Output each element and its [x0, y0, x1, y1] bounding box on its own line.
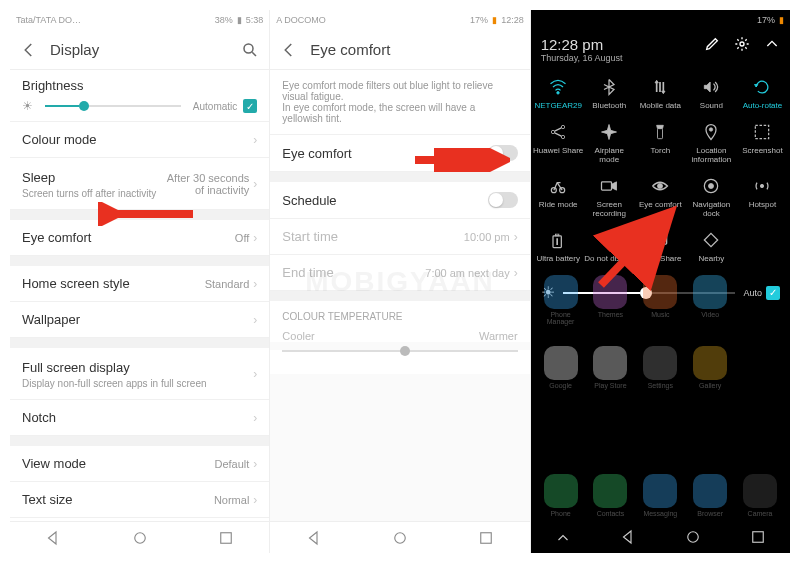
app-settings[interactable]: Settings — [638, 346, 682, 389]
chevron-icon: › — [253, 133, 257, 147]
eye-comfort-toggle-row[interactable]: Eye comfort — [270, 135, 529, 172]
app-camera[interactable]: Camera — [738, 474, 782, 517]
app-video[interactable]: Video — [688, 275, 732, 325]
airplane-icon — [599, 122, 619, 142]
edit-icon[interactable] — [704, 36, 720, 52]
app-play-store[interactable]: Play Store — [589, 346, 633, 389]
colour-mode-row[interactable]: Colour mode › — [10, 122, 269, 158]
app-label: Gallery — [688, 382, 732, 389]
qs-tile-eye[interactable]: Eye comfort — [635, 172, 686, 222]
search-icon[interactable] — [241, 41, 259, 59]
qs-tile-screenshot[interactable]: Screenshot — [737, 118, 788, 168]
colour-temperature-header: COLOUR TEMPERATURE — [270, 301, 529, 326]
nav-recent-icon[interactable] — [477, 529, 495, 547]
app-music[interactable]: Music — [638, 275, 682, 325]
eye-comfort-row[interactable]: Eye comfort Off › — [10, 220, 269, 256]
sound-icon — [701, 77, 721, 97]
qs-tile-torch[interactable]: Torch — [635, 118, 686, 168]
text-size-label: Text size — [22, 492, 214, 507]
back-icon[interactable] — [20, 41, 38, 59]
app-messaging[interactable]: Messaging — [638, 474, 682, 517]
text-size-value: Normal — [214, 494, 249, 506]
qs-tile-bluetooth[interactable]: Bluetooth — [584, 73, 635, 114]
view-mode-row[interactable]: View mode Default › — [10, 446, 269, 482]
quick-settings-panel: 17% ▮ 12:28 pm Thursday, 16 August NETGE… — [531, 10, 790, 553]
nav-back-icon[interactable] — [619, 528, 637, 546]
app-contacts[interactable]: Contacts — [589, 474, 633, 517]
app-phone-manager[interactable]: Phone Manager — [539, 275, 583, 325]
qs-tile-label: Do not disturb — [584, 254, 635, 263]
qs-tile-data[interactable]: Mobile data — [635, 73, 686, 114]
status-bar: A DOCOMO 17% ▮ 12:28 — [270, 10, 529, 30]
app-gallery[interactable]: Gallery — [688, 346, 732, 389]
home-screen-style-row[interactable]: Home screen style Standard › — [10, 266, 269, 302]
notch-label: Notch — [22, 410, 253, 425]
nav-back-icon[interactable] — [305, 529, 323, 547]
nav-back-icon[interactable] — [44, 529, 62, 547]
full-screen-row[interactable]: Full screen display Display non-full scr… — [10, 348, 269, 400]
qs-tile-label: NETGEAR29 — [533, 101, 584, 110]
qs-tile-dnd[interactable]: Do not disturb — [584, 226, 635, 267]
nav-notification-icon[interactable] — [554, 528, 572, 546]
auto-brightness-checkbox[interactable]: ✓ — [243, 99, 257, 113]
nav-home-icon[interactable] — [684, 528, 702, 546]
qs-tile-ride[interactable]: Ride mode — [533, 172, 584, 222]
eye-comfort-toggle[interactable] — [488, 145, 518, 161]
gear-icon[interactable] — [734, 36, 750, 52]
schedule-toggle-row[interactable]: Schedule — [270, 182, 529, 219]
wallpaper-row[interactable]: Wallpaper › — [10, 302, 269, 338]
eye-comfort-label: Eye comfort — [282, 146, 487, 161]
qs-tile-label: Ride mode — [533, 200, 584, 209]
qs-tile-label: Hotspot — [737, 200, 788, 209]
qs-tile-label: Mobile data — [635, 101, 686, 110]
app-browser[interactable]: Browser — [688, 474, 732, 517]
back-icon[interactable] — [280, 41, 298, 59]
qs-tile-navdock[interactable]: Navigation dock — [686, 172, 737, 222]
header: Display — [10, 30, 269, 70]
app-google[interactable]: Google — [539, 346, 583, 389]
end-time-label: End time — [282, 265, 425, 280]
app-label: Play Store — [589, 382, 633, 389]
qs-tile-record[interactable]: Screen recording — [584, 172, 635, 222]
home-row: Phone ManagerThemesMusicVideo — [531, 275, 790, 325]
location-icon — [701, 122, 721, 142]
qs-tile-wifi[interactable]: NETGEAR29 — [533, 73, 584, 114]
qs-tile-nearby[interactable]: Nearby — [686, 226, 737, 267]
home-screen-style-label: Home screen style — [22, 276, 205, 291]
text-size-row[interactable]: Text size Normal › — [10, 482, 269, 518]
qs-tile-mirror[interactable]: MirrorShare — [635, 226, 686, 267]
chevron-icon: › — [253, 411, 257, 425]
app-phone[interactable]: Phone — [539, 474, 583, 517]
battery-label: 38% — [215, 15, 233, 25]
schedule-label: Schedule — [282, 193, 487, 208]
chevron-icon: › — [253, 177, 257, 191]
nav-home-icon[interactable] — [391, 529, 409, 547]
home-screen-style-value: Standard — [205, 278, 250, 290]
qs-tile-location[interactable]: Location information — [686, 118, 737, 168]
brightness-row: Brightness ☀ Automatic ✓ — [10, 70, 269, 122]
brightness-slider[interactable] — [45, 105, 181, 107]
colour-temperature-slider[interactable] — [282, 350, 517, 352]
notch-row[interactable]: Notch › — [10, 400, 269, 436]
collapse-icon[interactable] — [764, 36, 780, 52]
nav-recent-icon[interactable] — [749, 528, 767, 546]
nav-home-icon[interactable] — [131, 529, 149, 547]
schedule-toggle[interactable] — [488, 192, 518, 208]
app-themes[interactable]: Themes — [589, 275, 633, 325]
app-icon — [643, 474, 677, 508]
qs-tile-sound[interactable]: Sound — [686, 73, 737, 114]
qs-tile-battery[interactable]: Ultra battery — [533, 226, 584, 267]
battery-label: 17% — [757, 15, 775, 25]
qs-tile-hotspot[interactable]: Hotspot — [737, 172, 788, 222]
qs-tile-rotate[interactable]: Auto-rotate — [737, 73, 788, 114]
page-title: Eye comfort — [310, 41, 519, 58]
home-row: GooglePlay StoreSettingsGallery — [531, 346, 790, 389]
qs-tile-airplane[interactable]: Airplane mode — [584, 118, 635, 168]
brightness-icon: ☀ — [22, 99, 33, 113]
qs-tile-share[interactable]: Huawei Share — [533, 118, 584, 168]
chevron-icon: › — [514, 266, 518, 280]
nav-recent-icon[interactable] — [217, 529, 235, 547]
sleep-row[interactable]: Sleep Screen turns off after inactivity … — [10, 158, 269, 210]
page-title: Display — [50, 41, 241, 58]
start-time-row: Start time 10:00 pm › — [270, 219, 529, 255]
